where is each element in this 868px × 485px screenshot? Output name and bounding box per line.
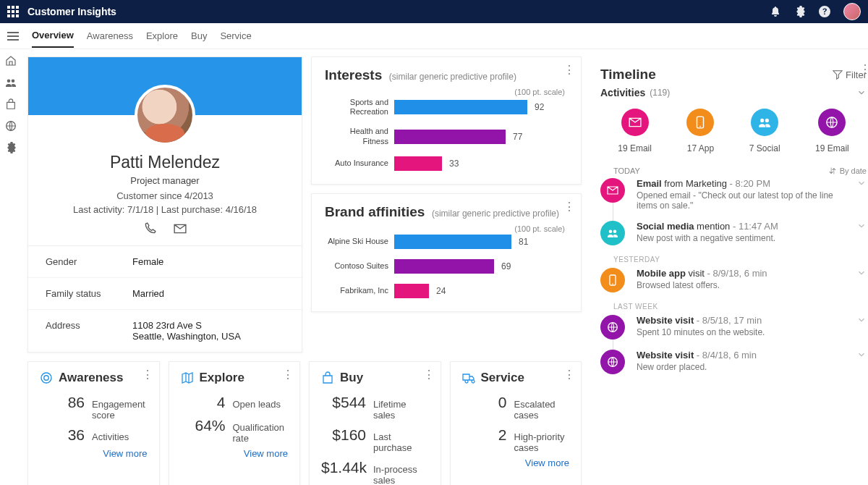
profile-activity: Last activity: 7/1/18 | Last purchase: 4…: [43, 204, 287, 215]
timeline-card: ⋮ Timeline Filter Activities (119) 19 Em…: [590, 56, 868, 485]
mail-icon[interactable]: [621, 109, 649, 136]
more-icon[interactable]: ⋮: [563, 63, 575, 77]
detail-value: Female: [132, 256, 163, 267]
timeline-item-desc: New post with a negative sentiment.: [637, 233, 845, 243]
nav-config-icon[interactable]: [5, 142, 17, 153]
detail-row: Address1108 23rd Ave SSeattle, Washingto…: [28, 310, 302, 352]
chart-category: Contoso Suites: [325, 261, 394, 271]
phone-icon[interactable]: [686, 109, 714, 136]
profile-name: Patti Melendez: [43, 153, 287, 172]
tab-overview[interactable]: Overview: [32, 24, 74, 48]
help-icon[interactable]: [819, 6, 830, 17]
truck-icon: [462, 371, 475, 384]
globe-icon: [600, 350, 625, 374]
tab-service[interactable]: Service: [220, 25, 251, 47]
chart-category: Fabrikam, Inc: [325, 286, 394, 295]
chevron-down-icon[interactable]: [856, 221, 867, 231]
more-icon[interactable]: ⋮: [142, 368, 153, 381]
chart-row: Auto Insurance 33: [325, 156, 568, 171]
timeline-item[interactable]: Mobile app visit - 8/9/18, 6 min Browsed…: [600, 268, 867, 292]
interests-subtitle: (similar generic predictive profile): [389, 72, 516, 82]
sort-icon: [828, 166, 837, 175]
detail-value: Married: [132, 288, 164, 299]
buy-title: Buy: [340, 371, 363, 385]
stat-label: Last purchase: [373, 431, 429, 453]
more-icon[interactable]: ⋮: [859, 62, 868, 76]
more-icon[interactable]: ⋮: [563, 200, 575, 214]
chevron-down-icon[interactable]: [856, 178, 867, 188]
gear-icon[interactable]: [794, 6, 806, 17]
tab-awareness[interactable]: Awareness: [87, 25, 133, 47]
more-icon[interactable]: ⋮: [282, 368, 294, 381]
top-bar: Customer Insights: [0, 0, 868, 23]
profile-avatar: [135, 85, 195, 146]
activity-summary[interactable]: 17 App: [686, 109, 714, 153]
activities-header[interactable]: Activities (119): [600, 87, 867, 98]
chart-bar: [394, 130, 506, 144]
nav-cart-icon[interactable]: [5, 98, 17, 110]
chevron-down-icon[interactable]: [856, 350, 867, 360]
bell-icon[interactable]: [770, 6, 781, 17]
timeline-item-desc: New order placed.: [637, 362, 845, 372]
mail-icon[interactable]: [174, 222, 187, 235]
activities-count: (119): [650, 88, 670, 98]
sort-button[interactable]: By date: [828, 166, 867, 175]
timeline-item[interactable]: Email from Marketing - 8:20 PM Opened em…: [600, 178, 867, 211]
timeline-item-desc: Browsed latest offers.: [637, 280, 845, 290]
tab-explore[interactable]: Explore: [146, 25, 178, 47]
activity-caption: 19 Email: [815, 143, 849, 153]
globe-icon: [600, 315, 625, 340]
tab-buy[interactable]: Buy: [191, 25, 207, 47]
stat-label: Activities: [92, 431, 129, 442]
activity-summary[interactable]: 19 Email: [618, 109, 652, 153]
detail-label: Address: [46, 320, 132, 342]
activity-caption: 7 Social: [749, 143, 780, 153]
timeline-item[interactable]: Website visit - 8/5/18, 17 min Spent 10 …: [600, 315, 867, 340]
timeline-item-title: Mobile app visit - 8/9/18, 6 min: [637, 268, 845, 279]
stat-value: 36: [40, 426, 85, 444]
profile-role: Project manager: [43, 175, 287, 186]
stat-label: Open leads: [233, 399, 281, 410]
bag-icon: [321, 371, 334, 384]
chevron-down-icon[interactable]: [856, 268, 867, 278]
chevron-down-icon[interactable]: [856, 88, 867, 98]
affinities-scale: (100 pt. scale): [325, 224, 565, 233]
nav-globe-icon[interactable]: [5, 120, 17, 132]
menu-icon[interactable]: [7, 32, 19, 41]
filter-icon: [833, 69, 843, 80]
activity-caption: 19 Email: [618, 143, 652, 153]
lastweek-label: LAST WEEK: [613, 303, 867, 311]
timeline-item[interactable]: Website visit - 8/4/18, 6 min New order …: [600, 350, 867, 374]
map-icon: [181, 371, 194, 384]
globe-icon[interactable]: [818, 109, 846, 136]
people-icon[interactable]: [751, 109, 778, 136]
more-icon[interactable]: ⋮: [563, 368, 575, 381]
service-card: ⋮ Service 0Escalated cases 2High-priorit…: [450, 361, 582, 485]
timeline-item-desc: Spent 10 minutes on the website.: [637, 327, 845, 337]
chevron-down-icon[interactable]: [856, 315, 867, 325]
user-avatar[interactable]: [843, 3, 861, 20]
chart-row: Alpine Ski House 81: [325, 235, 568, 249]
chart-bar: [394, 235, 511, 249]
stat-label: High-priority cases: [514, 431, 570, 453]
chart-value: 92: [535, 102, 544, 112]
activity-summary[interactable]: 19 Email: [815, 109, 849, 153]
stat-value: $1.44k: [321, 459, 366, 476]
app-launcher-icon[interactable]: [7, 6, 19, 17]
affinities-title: Brand affinities: [325, 204, 425, 219]
mail-icon: [600, 178, 625, 203]
timeline-item-title: Website visit - 8/4/18, 6 min: [637, 350, 845, 360]
stat-value: 4: [181, 394, 226, 411]
view-more-link[interactable]: View more: [525, 457, 569, 468]
view-more-link[interactable]: View more: [103, 448, 147, 459]
chart-value: 81: [519, 237, 528, 247]
activity-summary[interactable]: 7 Social: [749, 109, 780, 153]
nav-contacts-icon[interactable]: [5, 77, 17, 88]
phone-icon[interactable]: [143, 222, 156, 235]
chart-bar: [394, 156, 442, 171]
timeline-item[interactable]: Social media mention - 11:47 AM New post…: [600, 221, 867, 245]
view-more-link[interactable]: View more: [244, 448, 288, 459]
nav-home-icon[interactable]: [5, 55, 17, 67]
more-icon[interactable]: ⋮: [423, 368, 435, 381]
detail-value: 1108 23rd Ave SSeattle, Washington, USA: [132, 320, 241, 342]
